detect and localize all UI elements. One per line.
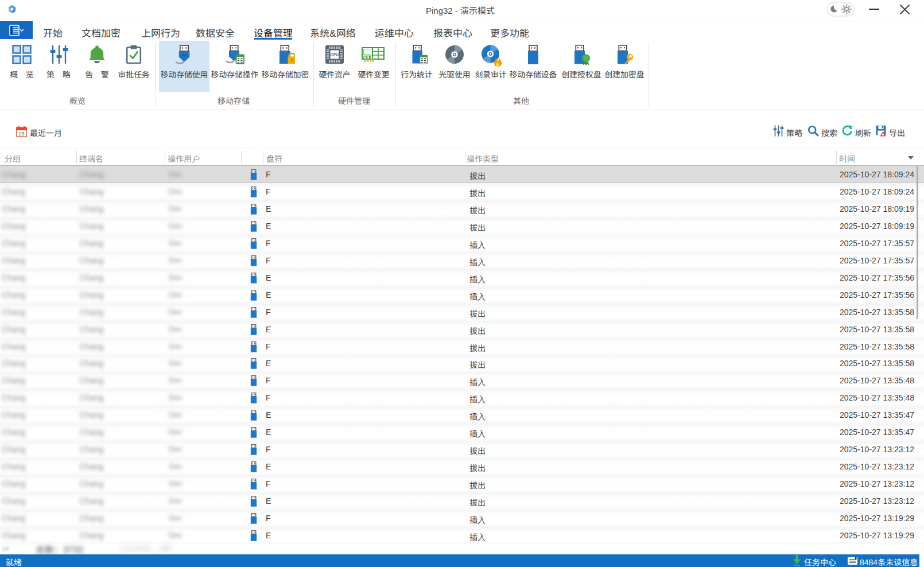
svg-text:CPU: CPU: [331, 53, 339, 57]
svg-text:23: 23: [18, 131, 24, 137]
